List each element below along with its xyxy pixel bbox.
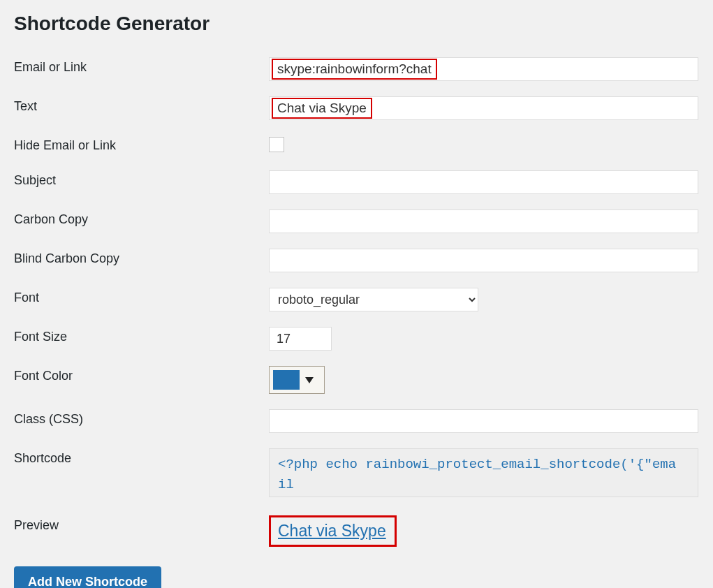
fontsize-input[interactable]	[269, 327, 332, 351]
shortcode-textarea[interactable]	[269, 448, 698, 497]
hide-checkbox[interactable]	[269, 137, 284, 152]
class-input[interactable]	[269, 409, 698, 433]
shortcode-label: Shortcode	[14, 448, 269, 466]
email-label: Email or Link	[14, 57, 269, 75]
email-input[interactable]: skype:rainbowinform?chat	[269, 57, 698, 81]
email-input-value: skype:rainbowinform?chat	[272, 59, 437, 80]
preview-highlight: Chat via Skype	[269, 515, 397, 547]
text-label: Text	[14, 96, 269, 114]
font-select[interactable]: roboto_regular	[269, 288, 478, 311]
text-input-value: Chat via Skype	[272, 98, 372, 119]
page-title: Shortcode Generator	[14, 0, 699, 57]
cc-input[interactable]	[269, 210, 698, 233]
fontsize-label: Font Size	[14, 327, 269, 344]
preview-link[interactable]: Chat via Skype	[278, 522, 386, 540]
bcc-label: Blind Carbon Copy	[14, 249, 269, 266]
bcc-input[interactable]	[269, 249, 698, 272]
subject-input[interactable]	[269, 170, 698, 194]
chevron-down-icon	[305, 377, 314, 383]
preview-label: Preview	[14, 515, 269, 533]
subject-label: Subject	[14, 170, 269, 188]
font-label: Font	[14, 288, 269, 305]
cc-label: Carbon Copy	[14, 210, 269, 227]
color-swatch	[273, 370, 300, 390]
fontcolor-label: Font Color	[14, 366, 269, 383]
add-new-shortcode-button[interactable]: Add New Shortcode	[14, 566, 161, 588]
hide-label: Hide Email or Link	[14, 135, 269, 153]
fontcolor-picker[interactable]	[269, 366, 325, 394]
class-label: Class (CSS)	[14, 409, 269, 427]
text-input[interactable]: Chat via Skype	[269, 96, 698, 120]
